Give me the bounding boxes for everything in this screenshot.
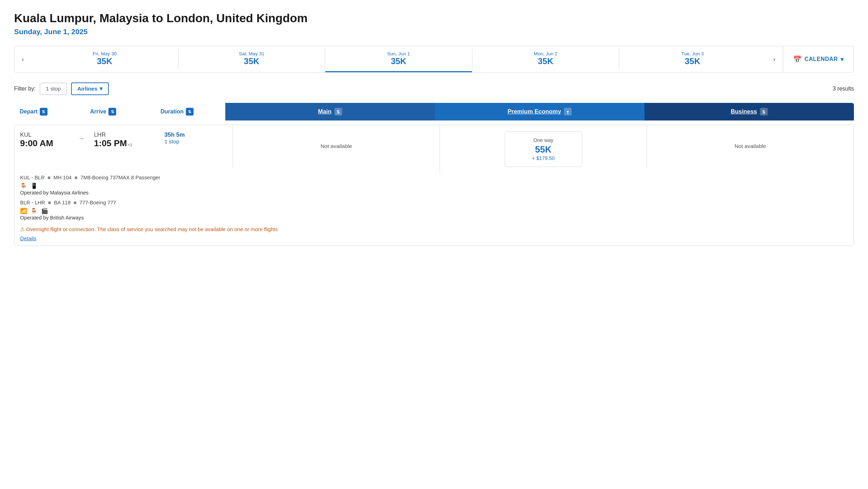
arrive-sort-icon: ⇅ <box>108 108 116 116</box>
premium-price-value: 55K <box>514 144 573 155</box>
airlines-chevron-icon: ▾ <box>100 86 102 92</box>
date-label-0: Fri, May 30 <box>93 51 117 56</box>
warning-text: ⚠ Overnight flight or connection. The cl… <box>20 226 278 233</box>
business-not-available: Not available <box>735 143 766 149</box>
phone-icon: 📱 <box>31 182 38 189</box>
date-label-2: Sun, Jun 1 <box>387 51 410 56</box>
arrive-time: 1:05 PM+1 <box>94 138 132 148</box>
segment-2-operator: Operated by British Airways <box>20 215 848 221</box>
business-price-cell: Not available <box>647 125 854 167</box>
arrive-column-header[interactable]: Arrive ⇅ <box>84 103 155 120</box>
date-price-4: 35K <box>685 56 700 66</box>
segment-1-amenities: 🪑 📱 <box>20 182 848 189</box>
date-price-1: 35K <box>244 56 259 66</box>
date-nav-items: Fri, May 30 35K Sat, May 31 35K Sun, Jun… <box>31 46 766 72</box>
flight-depart-cell: KUL 9:00 AM <box>14 125 74 153</box>
segment-2-block: BLR - LHR ■ BA 118 ■ 777-Boeing 777 📶 🪑 … <box>14 198 854 221</box>
main-not-available: Not available <box>321 143 352 149</box>
premium-one-way-label: One way <box>514 137 573 143</box>
segment-2-route: BLR - LHR ■ BA 118 ■ 777-Boeing 777 <box>20 200 848 205</box>
segment-1-operator: Operated by Malaysia Airlines <box>20 190 848 196</box>
depart-airport-code: KUL <box>20 131 69 138</box>
main-price-cell: Not available <box>233 125 440 167</box>
depart-sort-icon: ⇅ <box>40 108 48 116</box>
main-sort-icon: ⇅ <box>334 108 342 116</box>
seat-icon: 🪑 <box>20 182 27 189</box>
date-label-4: Tue, Jun 3 <box>681 51 704 56</box>
entertainment-icon: 🎬 <box>41 208 48 214</box>
business-header-label: Business <box>731 108 757 115</box>
premium-price-card[interactable]: One way 55K + $179.50 <box>505 131 582 167</box>
date-label-3: Mon, Jun 2 <box>534 51 557 56</box>
premium-economy-column-header[interactable]: Premium Economy ▾ <box>435 103 644 120</box>
business-sort-icon: ⇅ <box>760 108 768 116</box>
main-header-label: Main <box>318 108 332 115</box>
airlines-filter-label: Airlines <box>77 86 98 92</box>
date-label-1: Sat, May 31 <box>239 51 265 56</box>
business-column-header[interactable]: Business ⇅ <box>644 103 854 120</box>
wifi-icon: 📶 <box>20 208 27 214</box>
arrive-day-offset: +1 <box>128 143 132 147</box>
flight-arrow: → <box>74 125 88 142</box>
flight-arrive-cell: LHR 1:05 PM+1 <box>88 125 159 153</box>
date-price-3: 35K <box>538 56 553 66</box>
main-column-header[interactable]: Main ⇅ <box>225 103 435 120</box>
date-nav-item-1[interactable]: Sat, May 31 35K <box>178 46 325 72</box>
duration-sort-icon: ⇅ <box>186 108 194 116</box>
segment-1-route: KUL - BLR ■ MH 104 ■ 7M8-Boeing 737MAX 8… <box>20 175 848 180</box>
flights-header: Depart ⇅ Arrive ⇅ Duration ⇅ Main ⇅ Prem… <box>14 103 854 120</box>
flight-stops: 1 stop <box>164 138 227 145</box>
date-nav-item-0[interactable]: Fri, May 30 35K <box>31 46 178 72</box>
seat-icon-2: 🪑 <box>31 208 38 214</box>
date-price-0: 35K <box>97 56 112 66</box>
flight-duration: 35h 5m <box>164 131 227 138</box>
date-nav-item-4[interactable]: Tue, Jun 3 35K <box>619 46 766 72</box>
filter-label: Filter by: <box>14 86 36 92</box>
prev-date-button[interactable]: ‹ <box>14 46 31 72</box>
arrive-airport-code: LHR <box>94 131 153 138</box>
calendar-button[interactable]: 📅 CALENDAR ▾ <box>783 46 854 72</box>
duration-header-label: Duration <box>161 109 184 115</box>
calendar-icon: 📅 <box>793 55 802 63</box>
page-subtitle: Sunday, June 1, 2025 <box>14 27 854 36</box>
page-title: Kuala Lumpur, Malaysia to London, United… <box>14 11 854 25</box>
airlines-filter-dropdown[interactable]: Airlines ▾ <box>71 82 109 95</box>
segment-2-amenities: 📶 🪑 🎬 <box>20 208 848 214</box>
flight-card-0: KUL 9:00 AM → LHR 1:05 PM+1 35h 5m 1 sto… <box>14 125 854 246</box>
results-count: 3 results <box>833 86 854 92</box>
flight-duration-cell: 35h 5m 1 stop <box>159 125 233 149</box>
date-nav-bar: ‹ Fri, May 30 35K Sat, May 31 35K Sun, J… <box>14 46 854 73</box>
depart-column-header[interactable]: Depart ⇅ <box>14 103 84 120</box>
details-link[interactable]: Details <box>14 234 42 246</box>
date-nav-item-3[interactable]: Mon, Jun 2 35K <box>472 46 619 72</box>
overnight-warning: ⚠ Overnight flight or connection. The cl… <box>14 223 854 234</box>
date-nav-item-2[interactable]: Sun, Jun 1 35K <box>325 46 472 72</box>
depart-header-label: Depart <box>20 109 38 115</box>
arrive-header-label: Arrive <box>90 109 106 115</box>
depart-time: 9:00 AM <box>20 138 69 148</box>
premium-tax-value: + $179.50 <box>514 155 573 161</box>
filter-bar: Filter by: 1 stop Airlines ▾ 3 results <box>14 82 854 95</box>
next-date-button[interactable]: › <box>766 46 783 72</box>
premium-header-label: Premium Economy <box>508 108 561 115</box>
date-price-2: 35K <box>391 56 406 66</box>
stop-filter-button[interactable]: 1 stop <box>40 83 67 95</box>
premium-sort-icon: ▾ <box>564 108 572 116</box>
duration-column-header[interactable]: Duration ⇅ <box>155 103 225 120</box>
premium-price-cell[interactable]: One way 55K + $179.50 <box>440 125 647 173</box>
calendar-label: CALENDAR <box>804 56 838 62</box>
segment-1-block: KUL - BLR ■ MH 104 ■ 7M8-Boeing 737MAX 8… <box>14 173 854 196</box>
calendar-chevron-icon: ▾ <box>841 56 844 63</box>
